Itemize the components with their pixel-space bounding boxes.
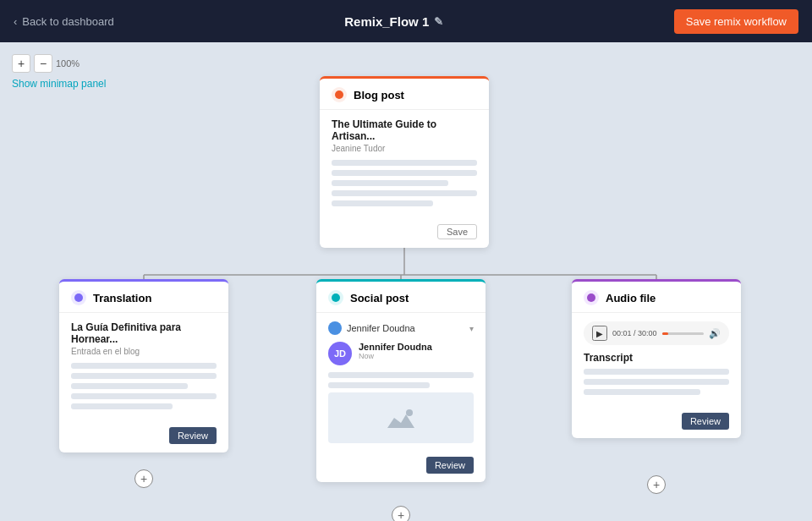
translation-post-title: La Guía Definitiva para Hornear...	[71, 321, 217, 345]
social-user-selector[interactable]: Jennifer Doudna ▾	[328, 321, 474, 335]
social-post-card: Social post Jennifer Doudna ▾ JD Jennife…	[316, 279, 486, 482]
audio-icon	[584, 290, 599, 305]
back-to-dashboard[interactable]: ‹ Back to dashboard	[14, 15, 114, 28]
translation-card: Translation La Guía Definitiva para Horn…	[59, 279, 228, 452]
social-review-button[interactable]: Review	[426, 457, 474, 474]
skeleton-line	[332, 200, 433, 206]
social-icon	[328, 290, 343, 305]
audio-card-title: Audio file	[606, 292, 656, 304]
blog-save-button[interactable]: Save	[437, 224, 477, 239]
blog-card-header: Blog post	[320, 79, 489, 110]
social-card-body: Jennifer Doudna ▾ JD Jennifer Doudna Now	[316, 313, 486, 452]
volume-icon[interactable]: 🔊	[709, 328, 721, 339]
zoom-level: 100%	[56, 58, 80, 69]
svg-point-6	[74, 293, 83, 302]
toolbar: + − 100% Show minimap panel	[12, 54, 106, 90]
blog-icon	[332, 87, 347, 102]
translation-card-footer: Review	[59, 422, 228, 452]
social-dropdown-icon: ▾	[469, 324, 474, 333]
edit-title-icon[interactable]: ✎	[434, 15, 443, 28]
svg-point-7	[332, 293, 340, 302]
blog-card-body: The Ultimate Guide to Artisan... Jeanine…	[320, 110, 489, 219]
translation-card-header: Translation	[59, 282, 228, 313]
blog-post-card: Blog post The Ultimate Guide to Artisan.…	[320, 76, 489, 248]
audio-player[interactable]: ▶ 00:01 / 30:00 🔊	[584, 321, 729, 345]
social-post-name: Jennifer Doudna	[359, 342, 432, 352]
header: ‹ Back to dashboard Remix_Flow 1 ✎ Save …	[0, 0, 812, 42]
transcript-label: Transcript	[584, 352, 729, 364]
skeleton-line	[71, 363, 217, 369]
skeleton-line	[332, 170, 477, 176]
audio-progress-bar[interactable]	[662, 332, 704, 335]
translation-review-button[interactable]: Review	[169, 427, 217, 444]
skeleton-line	[71, 373, 217, 379]
zoom-out-button[interactable]: −	[34, 54, 52, 73]
image-placeholder	[328, 392, 474, 443]
social-post-user: JD Jennifer Doudna Now	[328, 342, 474, 365]
blog-post-title: The Ultimate Guide to Artisan...	[332, 118, 477, 142]
skeleton-line	[332, 190, 477, 196]
translation-card-title: Translation	[93, 292, 151, 304]
social-post-time: Now	[359, 352, 432, 360]
audio-progress-fill	[662, 332, 668, 335]
social-card-title: Social post	[350, 292, 409, 304]
back-arrow-icon: ‹	[14, 15, 17, 28]
skeleton-line	[328, 382, 430, 388]
canvas: + − 100% Show minimap panel Blog post Th…	[0, 42, 812, 521]
skeleton-line	[332, 180, 448, 186]
skeleton-line	[584, 389, 700, 395]
translation-icon	[71, 290, 86, 305]
audio-file-card: Audio file ▶ 00:01 / 30:00 🔊 Transcript …	[572, 279, 741, 438]
title-text: Remix_Flow 1	[344, 14, 429, 29]
add-below-translation-button[interactable]: +	[134, 469, 153, 488]
translation-card-body: La Guía Definitiva para Hornear... Entra…	[59, 313, 228, 422]
save-remix-button[interactable]: Save remix workflow	[674, 9, 798, 34]
skeleton-line	[328, 372, 474, 378]
social-user-info: Jennifer Doudna Now	[359, 342, 432, 360]
svg-point-5	[335, 90, 343, 99]
audio-card-footer: Review	[572, 408, 741, 438]
audio-card-header: Audio file	[572, 282, 741, 313]
skeleton-line	[584, 379, 729, 385]
skeleton-line	[71, 393, 217, 399]
page-title: Remix_Flow 1 ✎	[344, 14, 443, 29]
blog-card-title: Blog post	[354, 89, 404, 101]
zoom-in-button[interactable]: +	[12, 54, 30, 73]
add-below-audio-button[interactable]: +	[647, 475, 666, 494]
social-card-header: Social post	[316, 282, 486, 313]
minimap-toggle[interactable]: Show minimap panel	[12, 78, 106, 90]
social-avatar: JD	[328, 342, 352, 365]
audio-play-button[interactable]: ▶	[592, 326, 607, 341]
add-below-social-button[interactable]: +	[392, 506, 410, 521]
social-selected-user: Jennifer Doudna	[347, 323, 415, 333]
svg-point-8	[406, 409, 413, 416]
skeleton-line	[332, 160, 477, 166]
skeleton-line	[71, 403, 173, 409]
translation-post-author: Entrada en el blog	[71, 347, 217, 356]
audio-time: 00:01 / 30:00	[612, 329, 657, 337]
skeleton-line	[584, 369, 729, 375]
blog-card-footer: Save	[320, 219, 489, 248]
audio-card-body: ▶ 00:01 / 30:00 🔊 Transcript	[572, 313, 741, 408]
blog-post-author: Jeanine Tudor	[332, 144, 477, 153]
social-user-dot	[328, 321, 342, 335]
svg-point-9	[587, 293, 595, 302]
social-card-footer: Review	[316, 452, 486, 482]
skeleton-line	[71, 383, 188, 389]
back-label: Back to dashboard	[22, 15, 113, 28]
zoom-controls: + − 100%	[12, 54, 106, 73]
audio-review-button[interactable]: Review	[682, 413, 729, 430]
